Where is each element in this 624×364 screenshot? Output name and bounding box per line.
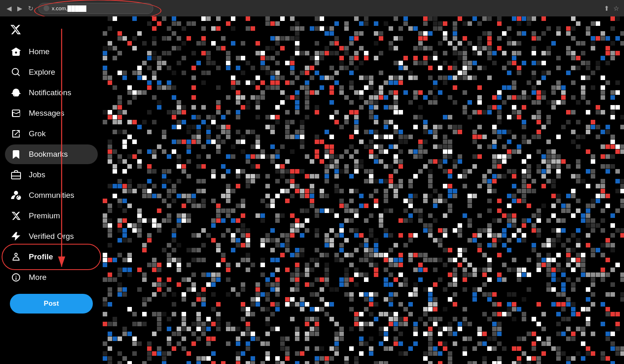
main-layout: Home Explore Notifications [0,16,624,364]
sidebar-item-communities[interactable]: Communities [5,185,98,205]
site-favicon [44,5,49,11]
sidebar-item-messages[interactable]: Messages [5,103,98,123]
sidebar-item-verified-orgs[interactable]: Verified Orgs [5,227,98,246]
envelope-icon [11,108,21,119]
more-circle-icon [11,272,21,283]
search-icon [11,67,21,78]
sidebar-item-communities-label: Communities [29,191,74,200]
sidebar-item-premium-label: Premium [29,211,60,220]
person-icon [11,252,21,262]
sidebar-item-more-label: More [29,273,46,282]
x-premium-icon [11,211,21,221]
briefcase-icon [11,169,21,180]
lightning-icon [11,231,21,242]
sidebar-item-explore-label: Explore [29,68,55,77]
sidebar-item-profile[interactable]: Profile [5,247,98,267]
sidebar-item-home-label: Home [29,47,50,56]
people-icon [11,190,21,201]
sidebar-item-jobs[interactable]: Jobs [5,165,98,185]
bell-icon [11,87,21,98]
sidebar-item-premium[interactable]: Premium [5,206,98,226]
content-area [103,16,624,364]
profile-oval-wrapper: Profile [5,247,98,267]
forward-button[interactable]: ▶ [16,3,24,14]
sidebar-item-bookmarks[interactable]: Bookmarks [5,144,98,164]
sidebar-item-profile-label: Profile [29,252,53,261]
reload-button[interactable]: ↻ [26,3,35,14]
pixelated-background [103,16,624,364]
sidebar-item-more[interactable]: More [5,268,98,287]
address-bar[interactable]: x.com,█████ [38,3,153,14]
sidebar-item-jobs-label: Jobs [29,170,45,179]
sidebar-item-grok-label: Grok [29,129,46,138]
sidebar-item-bookmarks-label: Bookmarks [29,150,68,159]
sidebar-item-verified-orgs-label: Verified Orgs [29,232,74,241]
browser-chrome: ◀ ▶ ↻ x.com,█████ ⬆ ☆ [0,0,624,16]
share-icon[interactable]: ⬆ [604,5,609,12]
browser-nav-buttons[interactable]: ◀ ▶ ↻ [5,3,35,14]
browser-right-icons: ⬆ ☆ [604,5,619,12]
sidebar-item-messages-label: Messages [29,109,64,118]
back-button[interactable]: ◀ [5,3,13,14]
sidebar-item-grok[interactable]: Grok [5,124,98,144]
url-text: x.com,█████ [52,5,86,11]
bookmark-icon [11,149,21,160]
x-logo[interactable] [5,20,98,39]
sidebar-item-notifications-label: Notifications [29,88,71,97]
address-bar-wrapper: x.com,█████ [38,3,153,14]
sidebar: Home Explore Notifications [0,16,103,364]
sidebar-item-home[interactable]: Home [5,42,98,62]
sidebar-item-notifications[interactable]: Notifications [5,83,98,103]
home-icon [11,46,21,57]
post-button[interactable]: Post [10,294,93,314]
sidebar-item-explore[interactable]: Explore [5,62,98,82]
bookmark-icon[interactable]: ☆ [613,5,619,12]
grok-icon [11,128,21,139]
